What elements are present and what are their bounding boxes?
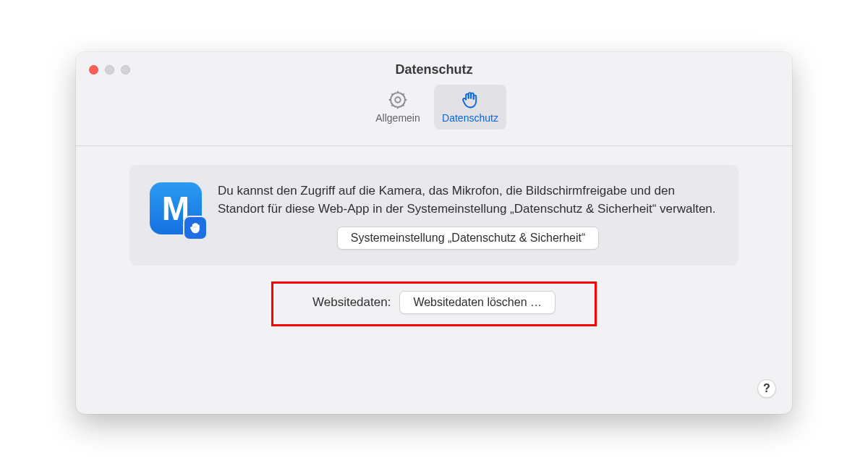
hand-badge-icon [184,217,206,239]
tab-general-label: Allgemein [375,112,420,124]
svg-line-6 [391,93,393,95]
info-panel: M Du kannst den Zugriff auf die Kamera, … [129,165,739,266]
info-text: Du kannst den Zugriff auf die Kamera, da… [218,182,718,250]
website-data-highlight: Websitedaten: Websitedaten löschen … [271,281,597,326]
clear-website-data-button[interactable]: Websitedaten löschen … [399,291,556,314]
content-area: M Du kannst den Zugriff auf die Kamera, … [76,146,792,326]
maximize-button[interactable] [121,65,130,75]
app-icon: M [150,182,202,234]
hand-icon [459,89,481,111]
close-button[interactable] [89,65,98,75]
svg-line-7 [403,105,404,106]
window-controls [89,65,130,75]
svg-point-1 [395,97,400,102]
window-title: Datenschutz [395,62,472,77]
open-privacy-settings-button[interactable]: Systemeinstellung „Datenschutz & Sicherh… [337,226,600,250]
tab-privacy[interactable]: Datenschutz [434,85,506,130]
svg-line-9 [403,93,404,95]
toolbar-tabs: Allgemein Datenschutz [362,85,506,130]
tab-privacy-label: Datenschutz [442,112,498,124]
gear-icon [387,89,409,111]
preferences-window: Datenschutz [76,52,792,414]
website-data-label: Websitedaten: [312,295,391,310]
minimize-button[interactable] [105,65,114,75]
tab-general[interactable]: Allgemein [362,85,434,130]
info-description: Du kannst den Zugriff auf die Kamera, da… [218,182,718,218]
titlebar: Datenschutz [76,52,792,146]
svg-line-8 [391,105,393,106]
help-button[interactable]: ? [757,379,776,398]
